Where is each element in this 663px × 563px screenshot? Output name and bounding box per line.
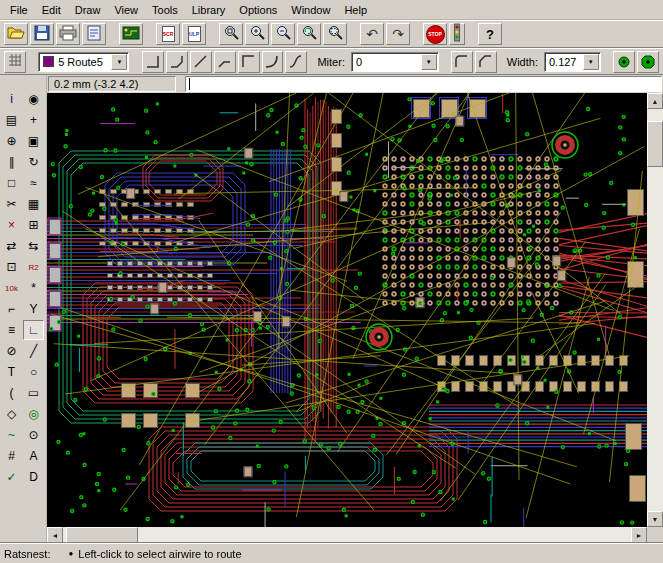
tool-display[interactable]: ▤	[1, 110, 22, 130]
board-canvas[interactable]	[47, 93, 647, 527]
tool-route[interactable]: ∟	[23, 320, 44, 340]
width-select[interactable]: 0.127 ▼	[544, 52, 601, 72]
tool-via[interactable]: ◎	[23, 404, 44, 424]
tool-optimize[interactable]: ≡	[1, 320, 22, 340]
tool-cut[interactable]: ✂	[1, 194, 22, 214]
menu-tools[interactable]: Tools	[145, 1, 185, 19]
open-button[interactable]	[4, 23, 28, 45]
tool-auto[interactable]: A	[23, 446, 44, 466]
zoom-select-button[interactable]	[323, 23, 347, 45]
tool-paste[interactable]: ▦	[23, 194, 44, 214]
width-dropdown-arrow[interactable]: ▼	[583, 54, 599, 70]
tool-ripup[interactable]: ⊘	[1, 341, 22, 361]
tool-pinswap[interactable]: ⇄	[1, 236, 22, 256]
bend-style-6-button[interactable]	[285, 51, 307, 73]
tool-copy[interactable]: ▣	[23, 131, 44, 151]
tool-group[interactable]: □	[1, 173, 22, 193]
menu-library[interactable]: Library	[185, 1, 233, 19]
tool-arc[interactable]: (	[1, 383, 22, 403]
bend-style-1-button[interactable]	[166, 51, 188, 73]
menu-edit[interactable]: Edit	[35, 1, 68, 19]
redo-button[interactable]: ↷	[386, 23, 410, 45]
menu-draw[interactable]: Draw	[68, 1, 108, 19]
status-indicator-button[interactable]	[449, 23, 465, 45]
stop-button[interactable]: STOP	[423, 23, 447, 45]
grid-settings-button[interactable]	[4, 51, 26, 73]
layer-select[interactable]: 5 Route5 ▼	[38, 52, 129, 72]
tool-mirror[interactable]: ∥	[1, 152, 22, 172]
menu-window[interactable]: Window	[284, 1, 337, 19]
zoom-in-button[interactable]	[245, 23, 269, 45]
zoom-out-button[interactable]	[271, 23, 295, 45]
tool-rotate[interactable]: ↻	[23, 152, 44, 172]
help-button[interactable]: ?	[478, 23, 502, 45]
scroll-up-button[interactable]: ▲	[647, 93, 663, 109]
command-row: 0.2 mm (-3.2 4.2)	[47, 75, 663, 93]
zoom-select-icon	[327, 25, 344, 44]
vertical-scroll-thumb[interactable]	[647, 121, 663, 167]
stop-icon: STOP	[426, 25, 445, 44]
bend-style-2-button[interactable]	[190, 51, 212, 73]
miter-round-button[interactable]	[451, 51, 473, 73]
tool-text[interactable]: T	[1, 362, 22, 382]
zoom-redraw-button[interactable]	[297, 23, 321, 45]
via-icon: ◎	[28, 407, 38, 421]
tool-show[interactable]: ◉	[23, 89, 44, 109]
bend-style-4-button[interactable]	[238, 51, 260, 73]
menu-file[interactable]: File	[3, 1, 35, 19]
tool-miter[interactable]: ⌐	[1, 299, 22, 319]
board-schematic-button[interactable]	[119, 23, 143, 45]
miter-chamfer-button[interactable]	[475, 51, 497, 73]
tool-ratsnest[interactable]: #	[1, 446, 22, 466]
tool-circle[interactable]: ○	[23, 362, 44, 382]
horizontal-scrollbar[interactable]: ◄ ►	[47, 527, 663, 543]
vertical-scrollbar[interactable]: ▲ ▼	[647, 93, 663, 527]
tool-wire[interactable]: ╱	[23, 341, 44, 361]
tool-move[interactable]: ⊕	[1, 131, 22, 151]
print-button[interactable]	[56, 23, 80, 45]
tool-smash[interactable]: *	[23, 278, 44, 298]
horizontal-scroll-thumb[interactable]	[66, 527, 138, 543]
bend-style-0-button[interactable]	[142, 51, 164, 73]
scroll-down-button[interactable]: ▼	[647, 511, 663, 527]
tool-signal[interactable]: ~	[1, 425, 22, 445]
tool-change[interactable]: ≈	[23, 173, 44, 193]
tool-add[interactable]: ⊞	[23, 215, 44, 235]
scroll-right-button[interactable]: ►	[631, 527, 647, 543]
tool-split[interactable]: Y	[23, 299, 44, 319]
bend-style-3-button[interactable]	[214, 51, 236, 73]
vertical-scroll-track[interactable]	[647, 109, 663, 511]
tool-mark[interactable]: +	[23, 110, 44, 130]
tool-rect[interactable]: ▭	[23, 383, 44, 403]
menu-options[interactable]: Options	[232, 1, 284, 19]
tool-polygon[interactable]: ◇	[1, 404, 22, 424]
tool-hole[interactable]: ⊙	[23, 425, 44, 445]
layer-dropdown-arrow[interactable]: ▼	[111, 54, 127, 70]
horizontal-scroll-track[interactable]	[63, 527, 631, 543]
tool-drc[interactable]: D	[23, 467, 44, 487]
bend-style-5-button[interactable]	[262, 51, 284, 73]
save-button[interactable]	[30, 23, 54, 45]
script-button[interactable]: SCR	[156, 23, 180, 45]
mark-icon: +	[30, 113, 37, 127]
zoom-fit-button[interactable]	[219, 23, 243, 45]
command-input[interactable]	[186, 77, 661, 91]
tool-name[interactable]: R2	[23, 257, 44, 277]
miter-dropdown-arrow[interactable]: ▼	[421, 54, 437, 70]
tool-erc[interactable]: ✓	[1, 467, 22, 487]
cam-processor-button[interactable]	[82, 23, 106, 45]
menu-help[interactable]: Help	[337, 1, 374, 19]
tool-delete[interactable]: ×	[1, 215, 22, 235]
run-ulp-button[interactable]: ULP	[182, 23, 206, 45]
menu-view[interactable]: View	[107, 1, 145, 19]
tool-lock[interactable]: ⊡	[1, 257, 22, 277]
scroll-left-button[interactable]: ◄	[47, 527, 63, 543]
tool-info[interactable]: i	[1, 89, 22, 109]
via-octagon-button[interactable]	[637, 51, 659, 73]
undo-button[interactable]: ↶	[360, 23, 384, 45]
via-round-button[interactable]	[613, 51, 635, 73]
tool-value[interactable]: 10k	[1, 278, 22, 298]
tool-replace[interactable]: ⇆	[23, 236, 44, 256]
miter-select[interactable]: 0 ▼	[351, 52, 439, 72]
split-icon: Y	[29, 302, 37, 316]
